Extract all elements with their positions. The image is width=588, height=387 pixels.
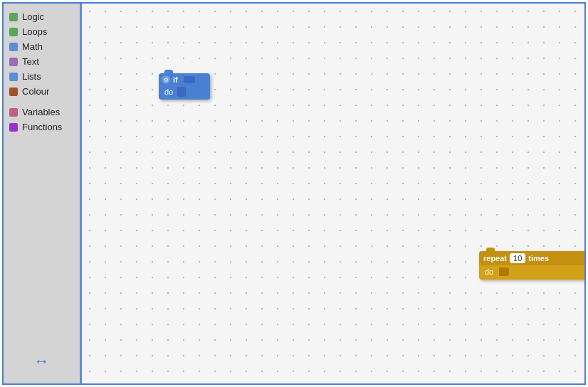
gear-icon[interactable]: ⚙ [162,75,170,84]
sidebar-item-logic[interactable]: Logic [4,9,80,24]
text-color-dot [9,58,18,66]
if-block[interactable]: ⚙ if do [159,73,210,100]
sidebar-item-label: Lists [22,71,41,82]
sidebar-item-label: Logic [22,11,44,22]
sidebar-item-label: Text [22,56,39,67]
sidebar-item-label: Math [22,41,43,52]
sidebar-item-loops[interactable]: Loops [4,24,80,39]
repeat-block-top: repeat 10 times [479,251,584,265]
sidebar-item-functions[interactable]: Functions [4,120,80,134]
loops-color-dot [9,28,18,36]
if-label: if [173,75,178,84]
sidebar-item-label: Variables [22,107,60,117]
if-block-top: ⚙ if [159,73,210,85]
repeat-do-row: do [479,265,584,280]
repeat-block[interactable]: repeat 10 times do [479,251,584,280]
sidebar-item-label: Loops [22,26,47,37]
repeat-do-label: do [485,267,493,276]
repeat-value[interactable]: 10 [510,253,525,263]
repeat-do-notch [499,267,509,276]
sidebar-item-label: Functions [22,122,62,132]
sidebar-item-colour[interactable]: Colour [4,84,80,99]
sidebar-item-text[interactable]: Text [4,54,80,69]
lists-color-dot [9,73,18,81]
do-notch [177,87,186,97]
colour-color-dot [9,88,18,96]
sidebar-item-lists[interactable]: Lists [4,69,80,84]
sidebar-item-variables[interactable]: Variables [4,105,80,120]
if-block-do: do [159,85,210,100]
sidebar: Logic Loops Math Text Lists Colour Varia… [4,4,82,383]
sidebar-resize-handle[interactable]: ↔ [34,352,50,371]
variables-color-dot [9,108,18,117]
sidebar-divider [4,99,80,105]
sidebar-item-math[interactable]: Math [4,39,80,54]
functions-color-dot [9,123,18,132]
repeat-label: repeat [483,254,507,263]
if-connector [184,76,195,83]
logic-color-dot [9,13,18,21]
sidebar-item-label: Colour [22,86,49,97]
times-label: times [528,254,549,263]
main-window: Logic Loops Math Text Lists Colour Varia… [2,2,586,385]
do-label: do [164,88,173,96]
math-color-dot [9,43,18,51]
block-canvas[interactable]: ⚙ if do repeat 10 times [82,4,584,383]
